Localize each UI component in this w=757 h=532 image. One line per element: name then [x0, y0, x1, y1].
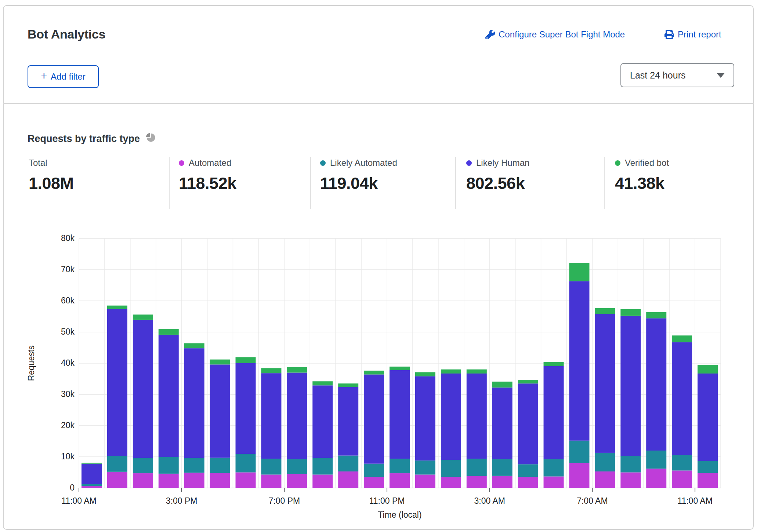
x-tick-label: 3:00 PM — [149, 496, 215, 506]
x-tick-label: 3:00 AM — [457, 496, 523, 506]
y-tick-label: 30k — [19, 389, 75, 399]
stat-likely-automated-value: 119.04k — [320, 174, 397, 193]
stat-verified-bot: Verified bot 41.38k — [615, 158, 669, 193]
stat-automated: Automated 118.52k — [179, 158, 236, 193]
time-range-value: Last 24 hours — [630, 70, 686, 81]
stat-total: Total 1.08M — [29, 158, 74, 193]
stat-divider — [169, 157, 170, 209]
stat-verified-bot-label: Verified bot — [625, 158, 669, 168]
add-filter-button[interactable]: + Add filter — [28, 65, 99, 88]
stat-likely-human-label: Likely Human — [476, 158, 529, 168]
x-axis-title: Time (local) — [363, 510, 437, 520]
page-title: Bot Analytics — [28, 27, 105, 41]
y-tick-label: 80k — [19, 233, 75, 243]
add-filter-label: Add filter — [51, 72, 86, 82]
configure-super-bot-fight-mode-link[interactable]: Configure Super Bot Fight Mode — [485, 29, 625, 40]
stat-divider — [310, 157, 311, 209]
stat-likely-human-value: 802.56k — [466, 174, 529, 193]
y-axis-title: Requests — [26, 336, 37, 391]
stat-total-label: Total — [29, 158, 47, 168]
likely-automated-dot — [320, 160, 326, 166]
y-tick-label: 10k — [19, 452, 75, 462]
stat-automated-label: Automated — [189, 158, 231, 168]
stat-verified-bot-value: 41.38k — [615, 174, 669, 193]
stat-likely-automated: Likely Automated 119.04k — [320, 158, 397, 193]
plus-icon: + — [41, 70, 47, 82]
pie-chart-icon — [146, 133, 155, 145]
x-tick-label: 7:00 AM — [559, 496, 625, 506]
header-divider — [3, 103, 754, 104]
y-tick-label: 70k — [19, 265, 75, 274]
printer-icon — [664, 30, 674, 39]
verified-bot-dot — [615, 160, 620, 166]
likely-human-dot — [466, 160, 472, 166]
time-range-select[interactable]: Last 24 hours — [620, 63, 734, 87]
x-tick-label: 11:00 PM — [354, 496, 420, 506]
stat-total-value: 1.08M — [29, 174, 74, 193]
x-tick-label: 11:00 AM — [46, 496, 112, 506]
configure-link-label: Configure Super Bot Fight Mode — [499, 29, 625, 40]
print-link-label: Print report — [678, 29, 721, 40]
print-report-link[interactable]: Print report — [664, 29, 721, 40]
section-title: Requests by traffic type — [28, 133, 140, 145]
y-tick-label: 20k — [19, 420, 75, 430]
stat-likely-automated-label: Likely Automated — [330, 158, 397, 168]
automated-dot — [179, 160, 184, 166]
section-title-row: Requests by traffic type — [28, 133, 155, 145]
stat-automated-value: 118.52k — [179, 174, 236, 193]
y-tick-label: 60k — [19, 296, 75, 306]
x-tick-label: 11:00 AM — [662, 496, 728, 506]
wrench-icon — [485, 30, 495, 39]
y-tick-label: 50k — [19, 327, 75, 337]
stat-divider — [455, 157, 456, 209]
y-tick-label: 0 — [19, 483, 75, 493]
stat-likely-human: Likely Human 802.56k — [466, 158, 529, 193]
stat-divider — [604, 157, 605, 209]
chevron-down-icon — [717, 73, 725, 78]
x-tick-label: 7:00 PM — [251, 496, 317, 506]
